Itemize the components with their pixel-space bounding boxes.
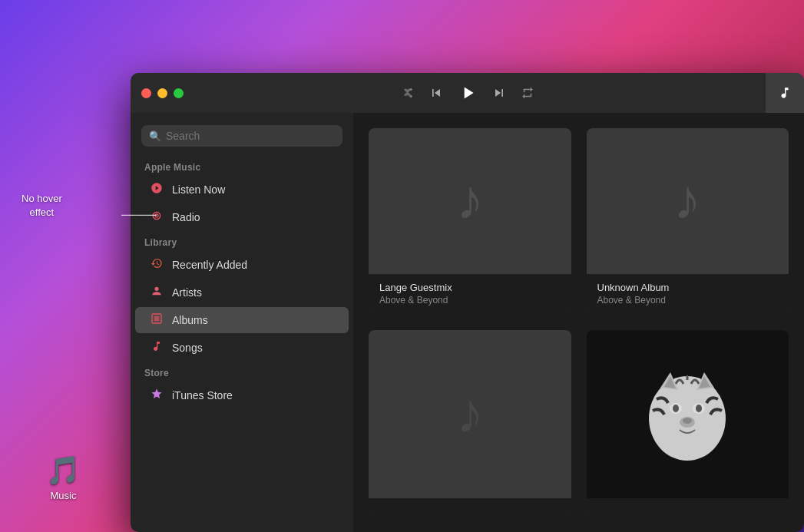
sidebar-item-itunes-store[interactable]: iTunes Store	[135, 382, 349, 408]
svg-point-8	[673, 405, 679, 412]
sidebar-item-label-albums: Albums	[172, 314, 208, 326]
sidebar-item-label-songs: Songs	[172, 342, 203, 354]
annotation-text: No hovereffect	[22, 192, 62, 220]
forward-button[interactable]	[491, 85, 507, 101]
close-button[interactable]	[141, 88, 151, 98]
fullscreen-button[interactable]	[174, 88, 184, 98]
songs-icon	[149, 340, 164, 355]
sidebar-item-songs[interactable]: Songs	[135, 335, 349, 361]
album-title-2: Unknown Album	[597, 282, 779, 293]
album-card-lange-guestmix[interactable]: ♪ Lange Guestmix Above & Beyond	[369, 128, 571, 315]
music-note-tab[interactable]	[766, 73, 804, 113]
album-card-tiger[interactable]	[587, 330, 789, 517]
search-icon: 🔍	[149, 131, 161, 142]
svg-rect-1	[154, 316, 160, 322]
title-bar	[131, 73, 804, 113]
sidebar-item-label-listen-now: Listen Now	[172, 183, 225, 196]
svg-point-10	[696, 405, 702, 412]
shuffle-button[interactable]	[401, 86, 415, 100]
album-info-1: Lange Guestmix Above & Beyond	[369, 274, 571, 315]
sidebar-item-label-recently-added: Recently Added	[172, 259, 247, 271]
album-card-bottom-left[interactable]: ♪	[369, 330, 571, 517]
album-title-1: Lange Guestmix	[379, 282, 561, 293]
sidebar-item-label-radio: Radio	[172, 211, 200, 223]
album-info-2: Unknown Album Above & Beyond	[587, 274, 789, 315]
play-button[interactable]	[458, 83, 478, 103]
album-info-4	[587, 498, 789, 517]
section-label-store: Store	[131, 362, 353, 382]
itunes-store-icon	[149, 388, 164, 403]
listen-now-icon	[149, 182, 164, 197]
search-input[interactable]	[166, 130, 335, 142]
sidebar-item-albums[interactable]: Albums	[135, 307, 349, 333]
svg-text:♪: ♪	[456, 382, 484, 443]
recently-added-icon	[149, 257, 164, 273]
main-content: 🔍 Apple Music Listen Now	[131, 113, 804, 532]
annotation-arrow: ─────	[121, 209, 157, 220]
album-art-tiger	[587, 330, 789, 498]
sidebar-item-recently-added[interactable]: Recently Added	[135, 252, 349, 278]
minimize-button[interactable]	[157, 88, 167, 98]
sidebar-item-label-artists: Artists	[172, 286, 202, 299]
album-art-placeholder-2: ♪	[587, 128, 789, 274]
sidebar-item-artists[interactable]: Artists	[135, 279, 349, 306]
content-panel: ♪ Lange Guestmix Above & Beyond ♪ Unknow…	[353, 113, 804, 532]
svg-point-12	[683, 418, 692, 424]
sidebar-item-label-itunes-store: iTunes Store	[172, 389, 233, 401]
album-artist-2: Above & Beyond	[597, 295, 779, 306]
traffic-lights	[141, 88, 184, 98]
album-art-placeholder-1: ♪	[369, 128, 571, 274]
section-label-apple-music: Apple Music	[131, 156, 353, 176]
artists-icon	[149, 285, 164, 300]
album-card-unknown[interactable]: ♪ Unknown Album Above & Beyond	[587, 128, 789, 315]
album-info-3	[369, 498, 571, 517]
sidebar-item-radio[interactable]: Radio	[135, 204, 349, 230]
title-bar-right	[766, 73, 804, 113]
album-art-placeholder-3: ♪	[369, 330, 571, 498]
repeat-button[interactable]	[521, 86, 534, 100]
rewind-button[interactable]	[428, 85, 444, 101]
svg-text:♪: ♪	[673, 169, 701, 230]
album-artist-1: Above & Beyond	[379, 295, 561, 306]
sidebar: 🔍 Apple Music Listen Now	[131, 113, 353, 532]
sidebar-item-listen-now[interactable]: Listen Now	[135, 177, 349, 203]
section-label-library: Library	[131, 231, 353, 251]
svg-text:♪: ♪	[456, 169, 484, 230]
music-app-window: 🔍 Apple Music Listen Now	[131, 73, 804, 532]
albums-icon	[149, 312, 164, 328]
playback-controls	[401, 83, 534, 103]
desktop-music-label: 🎵 Music	[46, 454, 81, 501]
search-bar[interactable]: 🔍	[141, 125, 342, 147]
